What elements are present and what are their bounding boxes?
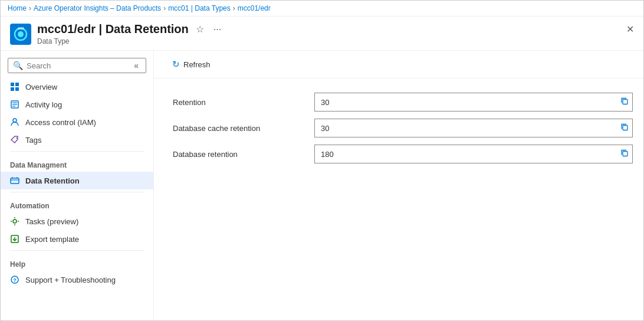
retention-copy-button[interactable]	[620, 97, 629, 107]
sidebar-item-iam-label: Access control (IAM)	[25, 118, 96, 127]
breadcrumb-current[interactable]: mcc01/edr	[238, 4, 271, 12]
main-window: Home › Azure Operator Insights – Data Pr…	[0, 0, 644, 321]
sidebar-item-overview[interactable]: Overview	[1, 78, 153, 96]
db-retention-label: Database retention	[173, 150, 314, 159]
sidebar-item-tasks-label: Tasks (preview)	[25, 217, 78, 226]
page-header: AOI mcc01/edr | Data Retention ☆ ··· Dat…	[1, 17, 643, 51]
sidebar: 🔍 « Overview Activity log	[1, 51, 154, 320]
svg-rect-28	[623, 126, 627, 130]
sidebar-item-data-retention[interactable]: Data Retention	[1, 172, 153, 189]
sidebar-item-support[interactable]: ? Support + Troubleshooting	[1, 271, 153, 289]
tags-icon	[10, 135, 19, 145]
sidebar-item-activity-log[interactable]: Activity log	[1, 96, 153, 113]
section-automation: Automation	[1, 195, 153, 212]
svg-rect-14	[11, 178, 19, 184]
activity-log-icon	[10, 100, 19, 109]
sidebar-item-activity-log-label: Activity log	[25, 100, 62, 109]
refresh-icon: ↻	[172, 59, 180, 70]
refresh-button[interactable]: ↻ Refresh	[166, 55, 217, 73]
sidebar-item-export-template-label: Export template	[25, 235, 79, 244]
retention-value: 30	[321, 98, 626, 107]
iam-icon	[10, 117, 19, 127]
sidebar-item-tasks[interactable]: Tasks (preview)	[1, 212, 153, 230]
breadcrumb-home[interactable]: Home	[8, 4, 27, 12]
svg-point-2	[18, 31, 24, 37]
sidebar-item-tags[interactable]: Tags	[1, 131, 153, 149]
sidebar-item-iam[interactable]: Access control (IAM)	[1, 113, 153, 131]
retention-label: Retention	[173, 98, 314, 107]
sidebar-item-support-label: Support + Troubleshooting	[25, 276, 116, 284]
db-cache-retention-value: 30	[321, 124, 626, 133]
export-template-icon	[10, 234, 19, 244]
svg-rect-27	[623, 100, 627, 104]
db-retention-value: 180	[321, 150, 626, 159]
section-data-management: Data Managment	[1, 154, 153, 172]
body-container: 🔍 « Overview Activity log	[1, 51, 643, 320]
db-retention-value-box: 180	[314, 145, 633, 163]
svg-rect-29	[623, 152, 627, 156]
retention-value-box: 30	[314, 93, 633, 112]
sidebar-item-tags-label: Tags	[25, 136, 41, 145]
db-retention-field-row: Database retention 180	[173, 145, 625, 163]
sidebar-item-overview-label: Overview	[25, 83, 57, 91]
section-help: Help	[1, 253, 153, 271]
svg-rect-7	[15, 87, 19, 91]
db-cache-retention-field-row: Database cache retention 30	[173, 119, 625, 137]
svg-text:?: ?	[13, 277, 17, 283]
collapse-sidebar-button[interactable]: «	[132, 61, 141, 70]
toolbar: ↻ Refresh	[154, 51, 643, 78]
db-retention-copy-button[interactable]	[620, 149, 629, 159]
data-retention-icon	[10, 176, 19, 185]
svg-rect-4	[11, 83, 14, 86]
overview-icon	[10, 82, 19, 91]
svg-point-18	[13, 220, 17, 223]
breadcrumb: Home › Azure Operator Insights – Data Pr…	[1, 1, 643, 17]
main-content: ↻ Refresh Retention 30	[154, 51, 643, 320]
tasks-icon	[10, 217, 19, 226]
page-title: mcc01/edr | Data Retention	[37, 22, 189, 36]
db-cache-retention-copy-button[interactable]	[620, 123, 629, 133]
svg-point-12	[13, 119, 17, 122]
divider-1	[10, 151, 144, 152]
more-button[interactable]: ···	[211, 23, 224, 36]
search-icon: 🔍	[13, 61, 23, 70]
sidebar-item-data-retention-label: Data Retention	[25, 176, 80, 185]
divider-2	[10, 192, 144, 192]
db-cache-retention-label: Database cache retention	[173, 124, 314, 133]
svg-text:AOI: AOI	[18, 27, 24, 30]
favorite-button[interactable]: ☆	[193, 22, 206, 36]
sidebar-item-export-template[interactable]: Export template	[1, 230, 153, 248]
divider-3	[10, 250, 144, 251]
breadcrumb-data-types[interactable]: mcc01 | Data Types	[168, 4, 231, 12]
breadcrumb-data-products[interactable]: Azure Operator Insights – Data Products	[34, 4, 161, 12]
search-container: 🔍 «	[8, 58, 146, 73]
resource-type: Data Type	[37, 37, 634, 45]
support-icon: ?	[10, 275, 19, 284]
data-retention-content: Retention 30 Database cache retention	[154, 78, 643, 185]
svg-rect-6	[11, 87, 14, 91]
db-cache-retention-value-box: 30	[314, 119, 633, 137]
close-button[interactable]: ✕	[626, 24, 634, 35]
search-input[interactable]	[27, 61, 128, 70]
svg-rect-5	[15, 83, 19, 86]
resource-icon: AOI	[10, 24, 31, 45]
retention-field-row: Retention 30	[173, 93, 625, 112]
svg-point-13	[16, 137, 17, 139]
refresh-label: Refresh	[183, 60, 211, 69]
